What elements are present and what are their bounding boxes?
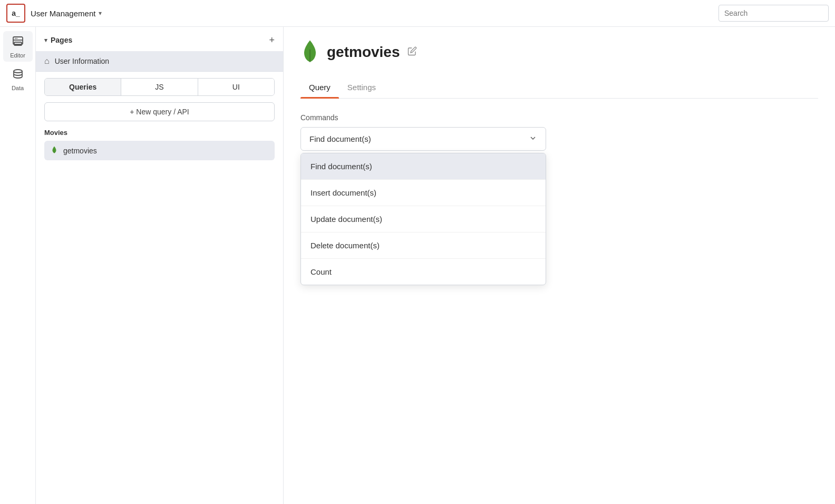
editor-icon	[12, 35, 24, 50]
tab-js[interactable]: JS	[121, 79, 198, 95]
tab-settings[interactable]: Settings	[339, 77, 384, 98]
queries-section: Queries JS UI + New query / API Movies g…	[36, 72, 283, 167]
query-title: getmovies	[327, 44, 400, 61]
commands-section: Commands Find document(s) Find document(…	[300, 113, 818, 151]
pages-header-label: Pages	[51, 36, 72, 44]
sidebar-item-editor-label: Editor	[10, 52, 25, 59]
mongo-leaf-large-icon	[300, 40, 319, 65]
commands-select: Find document(s) Find document(s) Insert…	[300, 127, 546, 151]
tab-ui[interactable]: UI	[198, 79, 274, 95]
sidebar-item-data[interactable]: Data	[3, 64, 33, 94]
page-item-user-information[interactable]: ⌂ User Information	[36, 51, 283, 72]
pages-sidebar: ▾ Pages + ⌂ User Information Queries JS …	[36, 27, 284, 504]
chevron-down-icon	[529, 134, 537, 144]
commands-dropdown: Find document(s) Insert document(s) Upda…	[300, 153, 546, 285]
new-query-button[interactable]: + New query / API	[44, 102, 275, 121]
sidebar-item-data-label: Data	[12, 85, 24, 91]
pencil-icon	[407, 49, 417, 57]
content-header: getmovies	[300, 40, 818, 65]
app-title: User Management ▾	[31, 9, 102, 18]
chevron-down-icon: ▾	[99, 9, 102, 17]
dropdown-item-delete[interactable]: Delete document(s)	[301, 232, 546, 259]
icon-sidebar: Editor Data	[0, 27, 36, 504]
commands-label: Commands	[300, 113, 818, 122]
pages-header-left: ▾ Pages	[44, 36, 72, 44]
edit-query-name-button[interactable]	[407, 46, 417, 58]
sidebar-item-editor[interactable]: Editor	[3, 31, 33, 62]
sidebar-tabs: Queries JS UI	[44, 78, 275, 96]
app-title-text: User Management	[31, 9, 95, 18]
content-area: getmovies Query Settings Commands	[284, 27, 835, 504]
dropdown-item-insert[interactable]: Insert document(s)	[301, 180, 546, 206]
commands-select-button[interactable]: Find document(s)	[300, 127, 546, 151]
add-page-button[interactable]: +	[269, 35, 275, 45]
query-item-getmovies[interactable]: getmovies	[44, 141, 275, 160]
tab-query[interactable]: Query	[300, 77, 339, 98]
mongo-leaf-icon	[51, 146, 58, 155]
pages-header: ▾ Pages +	[36, 27, 283, 51]
data-icon	[12, 68, 24, 83]
home-icon: ⌂	[44, 56, 50, 66]
dropdown-item-update[interactable]: Update document(s)	[301, 206, 546, 232]
query-settings-tabs: Query Settings	[300, 77, 818, 99]
svg-rect-4	[14, 42, 22, 45]
search-input[interactable]	[719, 5, 829, 22]
commands-selected-value: Find document(s)	[309, 134, 371, 143]
dropdown-item-count[interactable]: Count	[301, 259, 546, 285]
app-logo[interactable]: a_	[6, 4, 25, 23]
page-item-label: User Information	[55, 57, 109, 65]
query-item-label: getmovies	[63, 147, 97, 155]
tab-queries[interactable]: Queries	[45, 79, 121, 95]
main-area: Editor Data ▾ Pages + ⌂ U	[0, 27, 835, 504]
pages-collapse-icon[interactable]: ▾	[44, 37, 47, 44]
topbar: a_ User Management ▾	[0, 0, 835, 27]
queries-group-label: Movies	[44, 129, 275, 137]
dropdown-item-find[interactable]: Find document(s)	[301, 153, 546, 180]
svg-point-5	[14, 70, 22, 73]
